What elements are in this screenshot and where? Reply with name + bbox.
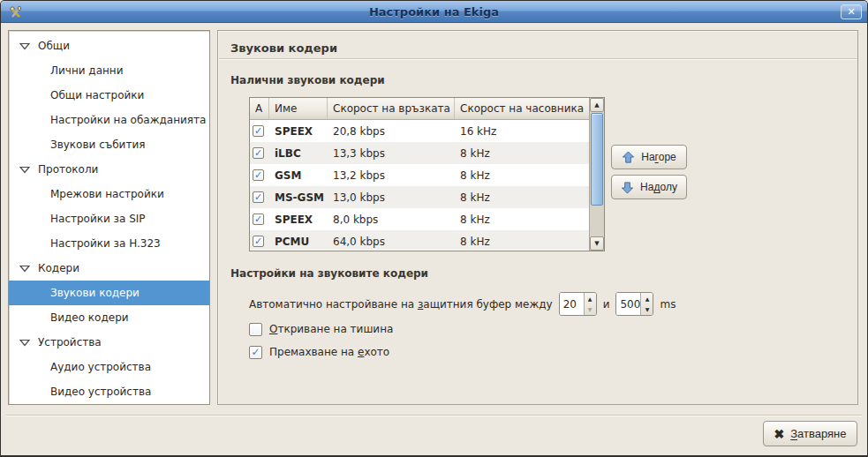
sidebar-item[interactable]: Общи xyxy=(9,34,209,58)
codec-table-header: A Име Скорост на връзката Скорост на час… xyxy=(250,98,589,120)
codec-table: A Име Скорост на връзката Скорост на час… xyxy=(249,97,605,251)
sidebar-item[interactable]: Звукови кодери xyxy=(9,281,209,305)
sidebar-item-label: Настройки за SIP xyxy=(50,213,146,225)
close-button-label: Затваряне xyxy=(790,427,846,440)
sidebar-item-label: Лични данни xyxy=(50,64,124,77)
sidebar-item-label: Звукови събития xyxy=(50,139,145,151)
close-x-icon: ✖ xyxy=(774,427,784,441)
arrow-down-icon xyxy=(621,181,634,194)
codec-active-checkbox[interactable]: ✓ xyxy=(253,236,264,247)
sidebar-item[interactable]: Лични данни xyxy=(9,58,209,83)
codec-row[interactable]: ✓PCMU64,0 kbps8 kHz xyxy=(250,230,589,250)
sidebar-item-label: Видео кодери xyxy=(50,311,129,324)
codec-row[interactable]: ✓iLBC13,3 kbps8 kHz xyxy=(250,142,589,164)
expander-down-icon[interactable] xyxy=(19,42,30,50)
sidebar-item[interactable]: Настройки за H.323 xyxy=(9,231,209,256)
codec-bandwidth: 8,0 kbps xyxy=(328,214,455,226)
sidebar-item-label: Мрежови настройки xyxy=(50,188,164,200)
jitter-buffer-label: Автоматично настройване на защитния буфе… xyxy=(249,298,553,311)
sidebar-item[interactable]: Устройства xyxy=(9,330,209,355)
silence-detection-row[interactable]: ✓ Откриване на тишина xyxy=(249,321,393,337)
codec-name: SPEEX xyxy=(269,125,328,138)
codec-bandwidth: 64,0 kbps xyxy=(328,236,455,248)
sidebar-item[interactable]: Мрежови настройки xyxy=(9,182,209,206)
jitter-buffer-row: Автоматично настройване на защитния буфе… xyxy=(249,292,676,316)
move-down-button[interactable]: Надолу xyxy=(611,175,687,199)
codec-clock: 8 kHz xyxy=(455,147,589,160)
codec-clock: 8 kHz xyxy=(455,169,589,182)
sidebar-item-label: Устройства xyxy=(38,336,102,348)
jitter-max-spinner: ▲▼ xyxy=(615,292,653,316)
codec-bandwidth: 13,0 kbps xyxy=(328,191,455,204)
sidebar-item[interactable]: Общи настройки xyxy=(9,83,209,108)
vertical-scrollbar[interactable]: ▲ ▼ xyxy=(589,98,604,251)
sidebar-item-label: Настройки за H.323 xyxy=(50,237,161,250)
column-header-bandwidth[interactable]: Скорост на връзката xyxy=(328,98,455,119)
arrow-up-icon xyxy=(622,151,635,164)
echo-cancellation-label: Премахване на ехото xyxy=(269,346,389,358)
codec-name: iLBC xyxy=(269,147,328,160)
sidebar-item-label: Видео устройства xyxy=(50,386,151,398)
sidebar-item[interactable]: Видео кодери xyxy=(9,305,209,330)
codec-bandwidth: 20,8 kbps xyxy=(328,125,455,138)
codec-active-checkbox[interactable]: ✓ xyxy=(253,169,264,181)
column-header-clock[interactable]: Скорост на часовника xyxy=(455,98,589,119)
codecs-section-title: Налични звукови кодери xyxy=(230,74,385,86)
codec-name: SPEEX xyxy=(269,214,328,226)
jitter-min-input[interactable] xyxy=(560,293,584,315)
sidebar-item-label: Аудио устройства xyxy=(50,361,151,373)
column-header-active[interactable]: A xyxy=(250,98,269,119)
codec-active-checkbox[interactable]: ✓ xyxy=(253,214,264,225)
silence-detection-label: Откриване на тишина xyxy=(269,323,393,335)
move-up-button[interactable]: Нагоре xyxy=(611,145,687,169)
main-panel: Звукови кодери Налични звукови кодери A … xyxy=(217,30,858,405)
scroll-down-icon[interactable]: ▼ xyxy=(590,236,604,251)
expander-down-icon[interactable] xyxy=(19,339,30,347)
echo-cancellation-row[interactable]: ✓ Премахване на ехото xyxy=(249,344,389,360)
sidebar-item-label: Звукови кодери xyxy=(50,287,140,299)
codec-name: MS-GSM xyxy=(269,191,328,204)
window-close-button[interactable]: ✕ xyxy=(841,4,862,19)
codec-row[interactable]: ✓SPEEX8,0 kbps8 kHz xyxy=(250,208,589,230)
close-button[interactable]: ✖ Затваряне xyxy=(763,421,857,446)
sidebar-item[interactable]: Настройки на обажданията xyxy=(9,108,209,132)
codec-row[interactable]: ✓SPEEX20,8 kbps16 kHz xyxy=(250,120,589,142)
jitter-max-input[interactable] xyxy=(616,293,640,315)
codec-clock: 8 kHz xyxy=(455,236,589,248)
echo-cancellation-checkbox[interactable]: ✓ xyxy=(249,346,262,359)
preferences-window: Настройки на Ekiga ✕ ОбщиЛични данниОбщи… xyxy=(0,0,868,457)
sidebar-item-label: Протоколи xyxy=(38,163,98,176)
settings-section-title: Настройки на звуковите кодери xyxy=(230,267,428,280)
spin-up-icon: ▲ xyxy=(641,293,653,304)
silence-detection-checkbox[interactable]: ✓ xyxy=(249,323,262,336)
codec-name: PCMU xyxy=(269,236,328,248)
sidebar-item[interactable]: Видео устройства xyxy=(9,379,209,404)
codec-row[interactable]: ✓MS-GSM13,0 kbps8 kHz xyxy=(250,186,589,208)
codec-active-checkbox[interactable]: ✓ xyxy=(253,147,264,159)
codec-clock: 8 kHz xyxy=(455,214,589,226)
codec-row[interactable]: ✓GSM13,2 kbps8 kHz xyxy=(250,164,589,186)
sidebar-item[interactable]: Звукови събития xyxy=(9,132,209,157)
sidebar-item[interactable]: Кодери xyxy=(9,256,209,281)
sidebar-item[interactable]: Аудио устройства xyxy=(9,355,209,379)
jitter-max-spin-arrows[interactable]: ▲▼ xyxy=(640,293,653,315)
titlebar[interactable]: Настройки на Ekiga ✕ xyxy=(1,1,867,23)
expander-down-icon[interactable] xyxy=(19,265,30,273)
sidebar-item-label: Общи xyxy=(38,40,70,52)
scrollbar-thumb[interactable] xyxy=(591,113,603,206)
sidebar-item-label: Кодери xyxy=(38,262,79,274)
jitter-min-spin-arrows[interactable]: ▲▼ xyxy=(584,293,596,315)
column-header-name[interactable]: Име xyxy=(269,98,328,119)
window-title: Настройки на Ekiga xyxy=(1,5,867,19)
codec-active-checkbox[interactable]: ✓ xyxy=(253,125,264,137)
codec-bandwidth: 13,2 kbps xyxy=(328,169,455,182)
jitter-separator-label: и xyxy=(603,298,610,311)
spin-up-icon: ▲ xyxy=(585,293,596,304)
sidebar-item[interactable]: Настройки за SIP xyxy=(9,206,209,231)
expander-down-icon[interactable] xyxy=(19,166,30,174)
codec-active-checkbox[interactable]: ✓ xyxy=(253,191,264,203)
sidebar-item[interactable]: Протоколи xyxy=(9,157,209,182)
codec-bandwidth: 13,3 kbps xyxy=(328,147,455,160)
codec-table-body: ✓SPEEX20,8 kbps16 kHz✓iLBC13,3 kbps8 kHz… xyxy=(250,120,589,250)
scroll-up-icon[interactable]: ▲ xyxy=(590,98,604,112)
